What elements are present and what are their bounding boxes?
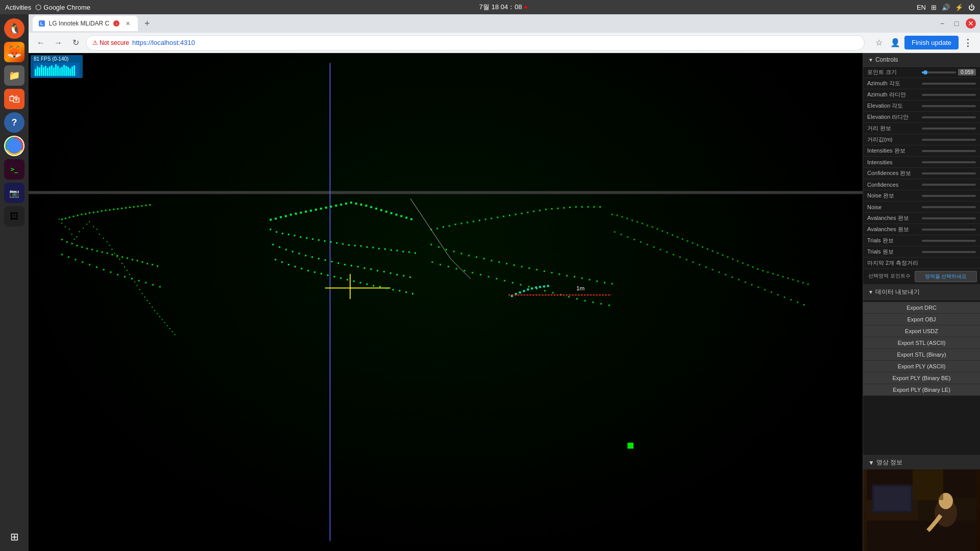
svg-rect-72 (89, 264, 90, 265)
forward-button[interactable]: → (51, 36, 65, 50)
dock-icon-screenshot[interactable]: 📷 (4, 183, 24, 203)
new-tab-button[interactable]: + (140, 16, 154, 31)
close-button[interactable]: ✕ (966, 18, 976, 29)
trials-slider[interactable] (922, 251, 976, 253)
svg-rect-27 (127, 270, 128, 271)
svg-rect-95 (109, 209, 110, 211)
refresh-button[interactable]: ↻ (68, 36, 83, 50)
svg-rect-349 (797, 302, 798, 303)
export-ply-binary-le-button[interactable]: Export PLY (Binary LE) (863, 384, 980, 396)
export-ply-ascii-button[interactable]: Export PLY (ASCII) (863, 361, 980, 372)
noise-slider[interactable] (922, 206, 976, 208)
os-topbar-left: Activities ⬡ Google Chrome (5, 3, 90, 11)
volume-icon[interactable]: 🔊 (942, 4, 950, 11)
finish-update-button[interactable]: Finish update (904, 36, 959, 49)
svg-rect-311 (762, 270, 764, 271)
export-ply-binary-be-button[interactable]: Export PLY (Binary BE) (863, 372, 980, 384)
dock-icon-ubuntu[interactable]: 🐧 (4, 18, 24, 39)
controls-section-header[interactable]: ▼ Controls (863, 53, 980, 67)
point-size-slider[interactable] (922, 71, 957, 73)
svg-rect-335 (705, 266, 707, 268)
maximize-button[interactable]: □ (951, 18, 962, 29)
export-drc-button[interactable]: Export DRC (863, 302, 980, 314)
export-obj-button[interactable]: Export OBJ (863, 314, 980, 325)
avalanches-full-slider[interactable] (922, 217, 976, 219)
dock-icon-help[interactable]: ? (4, 112, 24, 133)
dock-icon-chrome[interactable] (4, 136, 24, 156)
svg-rect-221 (533, 211, 534, 212)
noise-full-slider[interactable] (922, 195, 976, 197)
confidences-full-slider[interactable] (922, 172, 976, 174)
avalanches-slider[interactable] (922, 229, 976, 231)
svg-rect-298 (697, 244, 698, 246)
svg-rect-129 (385, 211, 387, 213)
svg-rect-34 (144, 296, 145, 297)
lang-selector[interactable]: EN (917, 4, 926, 11)
svg-rect-258 (431, 261, 433, 263)
svg-rect-340 (738, 279, 740, 281)
svg-rect-116 (320, 208, 322, 210)
distance-m-slider[interactable] (922, 139, 976, 141)
trials-full-slider[interactable] (922, 240, 976, 242)
svg-rect-104 (145, 205, 146, 206)
chrome-tab-active[interactable]: L LG Innotek MLiDAR C ♪ ✕ (33, 16, 138, 31)
svg-rect-180 (403, 275, 404, 277)
dock-icon-files[interactable]: 📁 (4, 65, 24, 86)
svg-rect-158 (408, 252, 410, 253)
svg-rect-46 (174, 334, 175, 335)
os-dock: 🐧 🦊 📁 🛍 ? >_ 📷 🖼 ⊞ (0, 14, 29, 551)
svg-rect-175 (370, 268, 372, 270)
control-label-elevation-angle: Elevation 각도 (867, 102, 922, 110)
dock-icon-firefox[interactable]: 🦊 (4, 42, 24, 62)
lidar-viewer[interactable]: 1m 81 FPS (0-140) (29, 53, 863, 551)
region-select-button[interactable]: 영역을 선택하세요 (915, 271, 977, 282)
control-row-noise-full: Noise 완보 (863, 190, 980, 202)
intensities-full-slider[interactable] (922, 150, 976, 152)
intensities-slider[interactable] (922, 161, 976, 163)
svg-rect-138 (288, 234, 289, 235)
svg-rect-70 (75, 259, 77, 260)
power-icon[interactable]: ⏻ (968, 4, 975, 11)
svg-rect-229 (581, 206, 583, 208)
azimuth-radian-slider[interactable] (922, 94, 976, 96)
svg-rect-257 (611, 283, 613, 285)
svg-rect-243 (506, 263, 507, 264)
dock-icon-appgrid[interactable]: ⊞ (4, 527, 24, 547)
dock-icon-software[interactable]: 🛍 (4, 89, 24, 109)
elevation-radian-slider[interactable] (922, 116, 976, 118)
svg-rect-328 (659, 249, 661, 251)
dock-icon-photos[interactable]: 🖼 (4, 206, 24, 227)
controls-content: 포인트 크기 0.059 Azimuth 각도 (863, 67, 980, 285)
back-button[interactable]: ← (34, 36, 48, 50)
control-label-avalanches: Avalanches 원보 (867, 226, 922, 233)
dock-icon-terminal[interactable]: >_ (4, 159, 24, 180)
azimuth-angle-slider[interactable] (922, 83, 976, 85)
elevation-angle-slider[interactable] (922, 105, 976, 107)
svg-rect-250 (558, 273, 560, 275)
menu-button[interactable]: ⋮ (961, 36, 975, 50)
svg-rect-147 (342, 243, 344, 245)
fps-bar (74, 65, 75, 76)
svg-rect-214 (491, 218, 493, 219)
activities-button[interactable]: Activities (5, 4, 31, 11)
video-section-header[interactable]: ▼ 영상 정보 (863, 456, 980, 469)
minimize-button[interactable]: − (937, 18, 947, 29)
bookmark-button[interactable]: ☆ (872, 36, 886, 50)
export-stl-binary-button[interactable]: Export STL (Binary) (863, 349, 980, 361)
svg-rect-231 (593, 206, 595, 208)
svg-rect-356 (531, 287, 533, 289)
export-stl-ascii-button[interactable]: Export STL (ASCII) (863, 337, 980, 349)
address-bar[interactable]: ⚠ Not secure https://localhost:4310 (86, 35, 865, 51)
bluetooth-icon[interactable]: ⚡ (955, 4, 963, 11)
control-label-last-distance: 마지막 2개 측정거리 (867, 259, 976, 267)
profile-button[interactable]: 👤 (888, 36, 902, 50)
confidences-slider[interactable] (922, 184, 976, 186)
distance-full-slider[interactable] (922, 128, 976, 130)
tab-title: LG Innotek MLiDAR C (49, 20, 110, 27)
tab-close-button[interactable]: ✕ (124, 19, 132, 28)
chrome-content: 1m 81 FPS (0-140) (29, 53, 980, 551)
svg-rect-7 (69, 229, 70, 230)
data-export-section-header[interactable]: ▼ 데이터 내보내기 (863, 285, 980, 300)
svg-rect-96 (113, 209, 114, 210)
export-usdz-button[interactable]: Export USDZ (863, 325, 980, 337)
